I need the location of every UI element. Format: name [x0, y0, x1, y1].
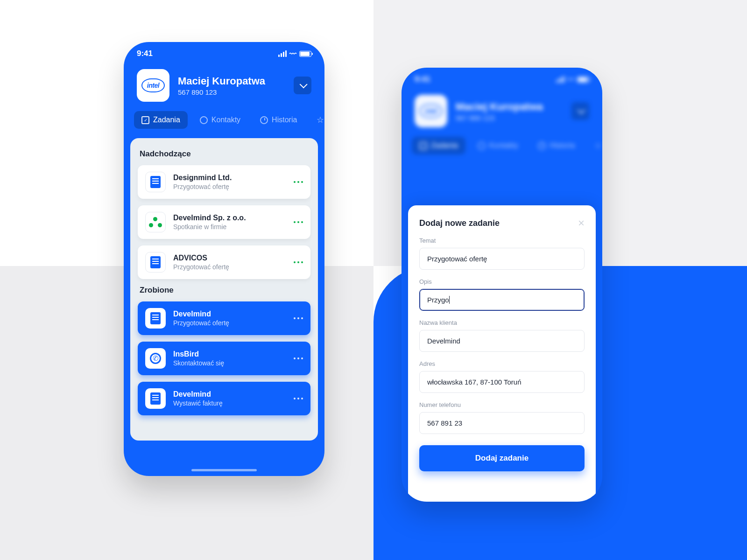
clipboard-icon	[141, 116, 149, 124]
status-bar: 9:41 〰	[124, 42, 324, 65]
status-time: 9:41	[415, 75, 430, 84]
label-opis: Opis	[419, 278, 585, 285]
tab-label: Zadania	[153, 116, 180, 124]
phone-tasks-screen: 9:41 〰 intel Maciej Kuropatwa 567 890 12…	[124, 42, 324, 476]
close-icon[interactable]: ×	[578, 217, 585, 229]
input-klient[interactable]: Develmind	[419, 330, 585, 352]
task-card-done[interactable]: InsBird Skontaktować się	[138, 342, 310, 375]
more-icon[interactable]	[294, 398, 303, 399]
task-company: Develmind	[173, 310, 286, 318]
wifi-icon: 〰	[567, 76, 574, 84]
task-company: Designmind Ltd.	[173, 174, 286, 182]
battery-icon	[577, 77, 589, 83]
more-icon[interactable]	[294, 181, 303, 183]
phone-icon	[145, 348, 166, 369]
section-upcoming-title: Nadchodzące	[140, 149, 309, 159]
contact-header: intel Maciej Kuropatwa 567 890 123	[124, 65, 324, 111]
label-klient: Nazwa klienta	[419, 319, 585, 326]
tab-kontakty[interactable]: Kontakty	[192, 111, 248, 129]
input-adres[interactable]: włocławska 167, 87-100 Toruń	[419, 371, 585, 393]
phone-add-task-screen: 9:41 〰 intel Maciej Kuropatwa 567 890 12…	[402, 68, 602, 502]
document-icon	[145, 308, 166, 329]
tab-bar-dimmed: Zadania Kontakty Historia ☆	[402, 137, 602, 161]
document-icon	[145, 252, 166, 273]
input-opis[interactable]: Przygo	[419, 289, 585, 311]
task-desc: Spotkanie w firmie	[173, 223, 286, 231]
wifi-icon: 〰	[289, 50, 296, 58]
home-indicator	[191, 469, 257, 471]
document-icon	[145, 388, 166, 409]
tab-label: Historia	[272, 116, 297, 124]
status-time: 9:41	[137, 49, 153, 58]
more-icon[interactable]	[294, 221, 303, 223]
task-card-done[interactable]: Develmind Wystawić fakturę	[138, 382, 310, 415]
signal-icon	[556, 76, 564, 83]
task-card-done[interactable]: Develmind Przygotować ofertę	[138, 301, 310, 335]
more-icon[interactable]	[294, 317, 303, 319]
contact-header-dimmed: intel Maciej Kuropatwa 567 890 123	[402, 91, 602, 137]
task-desc: Przygotować ofertę	[173, 263, 286, 271]
document-icon	[145, 172, 166, 192]
task-card[interactable]: Designmind Ltd. Przygotować ofertę	[138, 165, 310, 199]
expand-button	[571, 102, 589, 120]
submit-button[interactable]: Dodaj zadanie	[419, 445, 585, 471]
add-task-sheet: Dodaj nowe zadanie × Temat Przygotować o…	[408, 205, 596, 502]
more-icon[interactable]	[294, 261, 303, 263]
task-card[interactable]: Develmind Sp. z o.o. Spotkanie w firmie	[138, 205, 310, 239]
section-done-title: Zrobione	[140, 286, 309, 295]
star-icon: ☆	[317, 117, 324, 123]
contact-phone: 567 890 123	[178, 88, 285, 96]
tab-zadania[interactable]: Zadania	[134, 111, 188, 129]
status-icons: 〰	[278, 50, 311, 58]
tab-historia[interactable]: Historia	[253, 111, 304, 129]
task-card[interactable]: ADVICOS Przygotować ofertę	[138, 245, 310, 279]
input-temat[interactable]: Przygotować ofertę	[419, 248, 585, 270]
tab-more[interactable]: ☆ U	[309, 111, 324, 129]
company-logo-text: intel	[147, 82, 159, 89]
tasks-panel: Nadchodzące Designmind Ltd. Przygotować …	[130, 138, 318, 441]
task-company: Develmind	[173, 390, 286, 399]
label-adres: Adres	[419, 360, 585, 367]
expand-button[interactable]	[294, 77, 311, 94]
battery-icon	[299, 51, 311, 57]
input-telefon[interactable]: 567 891 23	[419, 412, 585, 434]
task-desc: Wystawić fakturę	[173, 399, 286, 407]
chevron-down-icon	[300, 80, 308, 88]
company-logo: intel	[415, 95, 447, 127]
signal-icon	[278, 50, 287, 57]
status-bar: 9:41 〰	[402, 68, 602, 91]
company-logo: intel	[137, 69, 169, 102]
status-icons: 〰	[556, 76, 589, 84]
history-icon	[260, 116, 268, 124]
label-telefon: Numer telefonu	[419, 401, 585, 408]
more-icon[interactable]	[294, 357, 303, 359]
label-temat: Temat	[419, 237, 585, 244]
task-desc: Przygotować ofertę	[173, 183, 286, 190]
task-company: InsBird	[173, 350, 286, 358]
task-company: ADVICOS	[173, 254, 286, 262]
sheet-title: Dodaj nowe zadanie	[419, 218, 500, 228]
task-company: Develmind Sp. z o.o.	[173, 214, 286, 222]
contact-name: Maciej Kuropatwa	[178, 75, 285, 87]
person-icon	[200, 116, 208, 124]
team-icon	[145, 212, 166, 232]
task-desc: Skontaktować się	[173, 359, 286, 367]
tab-bar: Zadania Kontakty Historia ☆ U	[124, 111, 324, 135]
tab-label: Kontakty	[211, 116, 240, 124]
task-desc: Przygotować ofertę	[173, 319, 286, 327]
